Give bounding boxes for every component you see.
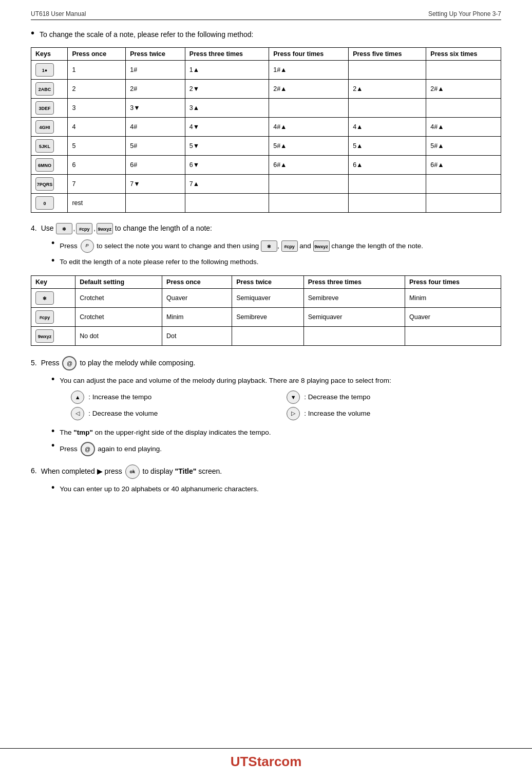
table-row: 9wxyzNo dotDot [31, 327, 501, 346]
s6b1-text: You can enter up to 20 alphabets or 40 a… [60, 484, 501, 494]
key-9: 9wxyz [97, 223, 113, 234]
section5-content: • You can adjust the pace and volume of … [31, 376, 501, 456]
col2-press4: Press four times [405, 276, 501, 289]
key-hash: #cpy [76, 223, 92, 234]
section5-bullet3: • Press @ again to end playing. [51, 442, 501, 456]
tempo-decrease-label: : Decrease the tempo [304, 393, 370, 401]
vol-decrease-label: : Decrease the volume [88, 410, 158, 417]
vol-increase-label: : Increase the volume [304, 410, 370, 417]
table-row: 4GHI44#4▼4#▲4▲4#▲ [31, 118, 501, 137]
logo-ut: UT [231, 754, 249, 770]
section4-use: Use [41, 224, 54, 232]
section6-num: 6. [31, 467, 37, 475]
section4-text-after: to change the length of a note: [115, 224, 212, 232]
key-play-icon: @ [62, 356, 77, 370]
s5b1-text: You can adjust the pace and volume of th… [60, 376, 501, 386]
section6-bullet1: • You can enter up to 20 alphabets or 40… [51, 484, 501, 494]
page: UT618 User Manual Setting Up Your Phone … [0, 0, 532, 780]
table-row: 0rest [31, 194, 501, 213]
key-p-icon: P [81, 239, 94, 253]
col2-default: Default setting [75, 276, 162, 289]
col2-key: Key [31, 276, 75, 289]
section5-bullet1: • You can adjust the pace and volume of … [51, 376, 501, 423]
table-row: 7PQRS77▼7▲ [31, 175, 501, 194]
key-hash-2: #cpy [281, 240, 298, 252]
tempo-row-1: ▲ : Increase the tempo ▼ : Decrease the … [70, 391, 501, 404]
logo-container: UT Starcom [231, 754, 302, 770]
col2-press1: Press once [162, 276, 232, 289]
vol-down-icon: ◁ [71, 407, 84, 420]
s5b3-icon: • [51, 440, 54, 451]
page-header: UT618 User Manual Setting Up Your Phone … [31, 10, 501, 20]
logo-starcom: Starcom [248, 754, 301, 770]
s5b2-icon: • [51, 426, 54, 437]
section5-bullet2: • The "tmp" on the upper-right side of t… [51, 428, 501, 438]
key-ok-icon: ok [125, 465, 140, 479]
key-9-2: 9wxyz [313, 240, 330, 252]
col-keys: Keys [31, 48, 68, 61]
header-left: UT618 User Manual [31, 10, 86, 17]
s5b1-icon: • [51, 374, 54, 385]
bullet2-icon: • [51, 255, 54, 266]
table-row: 6MNO66#6▼6#▲6▲6#▲ [31, 156, 501, 175]
table-row: 1●11#1▲1#▲ [31, 61, 501, 80]
section5-text: to play the melody while composing. [80, 359, 195, 367]
col-press-once: Press once [68, 48, 126, 61]
col2-press2: Press twice [232, 276, 304, 289]
s5b2-text: The "tmp" on the upper-right side of the… [60, 428, 501, 438]
s5b3-text: Press @ again to end playing. [60, 442, 501, 456]
bullet1-icon: • [51, 238, 54, 249]
intro-bullet: • To change the scale of a note, please … [31, 29, 501, 40]
section4-bullet1: • Press P to select the note you want to… [51, 239, 501, 253]
scale-table: Keys Press once Press twice Press three … [31, 47, 501, 213]
table-row: ✻CrotchetQuaverSemiquaverSemibreveMinim [31, 289, 501, 308]
table-row: #cpyCrotchetMinimSemibreveSemiquaverQuav… [31, 308, 501, 327]
vol-row: ◁ : Decrease the volume ▷ : Increase the… [70, 407, 501, 420]
table-row: 2ABC22#2▼2#▲2▲2#▲ [31, 80, 501, 99]
section4-num: 4. [31, 224, 37, 232]
vol-increase: ▷ : Increase the volume [286, 407, 501, 420]
tempo-decrease: ▼ : Decrease the tempo [286, 391, 501, 404]
tempo-increase: ▲ : Increase the tempo [70, 391, 286, 404]
vol-decrease: ◁ : Decrease the volume [70, 407, 286, 420]
vol-up-icon: ▷ [287, 407, 300, 420]
section6-content: • You can enter up to 20 alphabets or 40… [31, 484, 501, 494]
section-6: 6. When completed ▶ press ok to display … [31, 465, 501, 494]
intro-text: To change the scale of a note, please re… [40, 29, 501, 40]
section4-bullets: • Press P to select the note you want to… [31, 239, 501, 267]
key-star: ✻ [56, 223, 72, 234]
length-table: Key Default setting Press once Press twi… [31, 275, 501, 346]
table-row: 5JKL55#5▼5#▲5▲5#▲ [31, 137, 501, 156]
col-press-3: Press three times [185, 48, 269, 61]
page-footer: UT Starcom [0, 748, 532, 770]
down-arrow-icon: ▼ [287, 391, 300, 404]
s6b1-icon: • [51, 482, 54, 493]
bullet2-text: To edit the length of a note please refe… [60, 257, 501, 267]
section-5: 5. Press @ to play the melody while comp… [31, 356, 501, 456]
section-4: 4. Use ✻ , #cpy , 9wxyz to change the le… [31, 223, 501, 267]
up-arrow-icon: ▲ [71, 391, 84, 404]
col-press-twice: Press twice [126, 48, 185, 61]
col-press-4: Press four times [269, 48, 349, 61]
section5-num: 5. [31, 359, 37, 367]
tempo-controls: ▲ : Increase the tempo ▼ : Decrease the … [70, 391, 501, 420]
section5-press: Press [41, 359, 60, 367]
key-star-2: ✻ [261, 240, 277, 252]
bullet-icon: • [31, 27, 34, 39]
tempo-increase-label: : Increase the tempo [88, 393, 151, 401]
key-play2-icon: @ [81, 442, 95, 456]
col2-press3: Press three times [303, 276, 405, 289]
bullet1-text: Press P to select the note you want to c… [60, 239, 501, 253]
section4-bullet2: • To edit the length of a note please re… [51, 257, 501, 267]
section6-text: When completed ▶ press ok to display "Ti… [41, 465, 222, 479]
header-right: Setting Up Your Phone 3-7 [428, 10, 501, 17]
col-press-6: Press six times [426, 48, 501, 61]
table-row: 3DEF33▼3▲ [31, 99, 501, 118]
col-press-5: Press five times [349, 48, 426, 61]
